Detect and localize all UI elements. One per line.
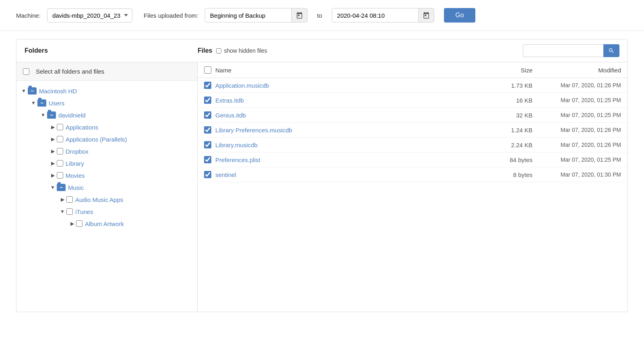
tree-checkbox-movies[interactable] bbox=[57, 172, 63, 179]
file-row: sentinel 8 bytes Mar 07, 2020, 01:30 PM bbox=[198, 167, 627, 182]
file-checkbox-3[interactable] bbox=[204, 126, 211, 134]
file-size-0: 1.73 KB bbox=[492, 82, 533, 89]
tree-item-applications-parallels[interactable]: ▶ Applications (Parallels) bbox=[17, 133, 197, 145]
chevron-right-icon: ▶ bbox=[68, 220, 76, 228]
folders-title: Folders bbox=[25, 47, 198, 54]
file-row: Preferences.plist 84 bytes Mar 07, 2020,… bbox=[198, 152, 627, 167]
file-checkbox-2[interactable] bbox=[204, 111, 211, 119]
files-section-header: Files show hidden files bbox=[198, 44, 619, 57]
select-all-checkbox[interactable] bbox=[23, 68, 29, 75]
tree-label-album-artwork: Album Artwork bbox=[85, 220, 124, 227]
folder-icon-music: − bbox=[57, 184, 66, 191]
search-wrapper bbox=[523, 44, 619, 57]
file-rows-container: Application.musicdb 1.73 KB Mar 07, 2020… bbox=[198, 78, 627, 182]
show-hidden-files-text: show hidden files bbox=[224, 47, 267, 54]
folders-panel: Select all folders and files ▼ − Macinto… bbox=[17, 62, 198, 312]
calendar-icon bbox=[423, 12, 430, 19]
file-row: Extras.itdb 16 KB Mar 07, 2020, 01:25 PM bbox=[198, 93, 627, 108]
tree-checkbox-itunes[interactable] bbox=[66, 208, 73, 215]
file-name-1: Extras.itdb bbox=[215, 97, 492, 104]
file-size-5: 84 bytes bbox=[492, 156, 533, 163]
file-size-2: 32 KB bbox=[492, 112, 533, 119]
file-checkbox-1[interactable] bbox=[204, 97, 211, 104]
top-bar: Machine: davids-mbp_2020_04_23 Files upl… bbox=[0, 0, 644, 31]
main-panel: Folders Files show hidden files bbox=[16, 39, 628, 312]
tree-item-macintosh-hd[interactable]: ▼ − Macintosh HD bbox=[17, 85, 197, 97]
file-row: Library.musicdb 2.24 KB Mar 07, 2020, 01… bbox=[198, 138, 627, 152]
file-name-5: Preferences.plist bbox=[215, 156, 492, 163]
file-checkbox-0[interactable] bbox=[204, 82, 211, 89]
tree-item-audio-music-apps[interactable]: ▶ Audio Music Apps bbox=[17, 193, 197, 206]
files-header-row: Name Size Modified bbox=[198, 62, 627, 78]
tree-label-itunes: iTunes bbox=[75, 208, 93, 215]
file-name-4: Library.musicdb bbox=[215, 142, 492, 148]
go-button[interactable]: Go bbox=[444, 8, 475, 23]
file-name-3: Library Preferences.musicdb bbox=[215, 127, 492, 134]
tree-item-davidnield[interactable]: ▼ − davidnield bbox=[17, 109, 197, 121]
file-size-3: 1.24 KB bbox=[492, 127, 533, 134]
tree-checkbox-dropbox[interactable] bbox=[57, 148, 63, 154]
tree-item-applications[interactable]: ▶ Applications bbox=[17, 121, 197, 133]
select-all-label[interactable]: Select all folders and files bbox=[36, 68, 104, 75]
files-select-all-checkbox[interactable] bbox=[204, 66, 211, 74]
tree-label-dropbox: Dropbox bbox=[66, 148, 89, 155]
tree-checkbox-applications[interactable] bbox=[57, 124, 63, 130]
file-size-1: 16 KB bbox=[492, 97, 533, 104]
col-size-header: Size bbox=[492, 67, 533, 74]
tree-label-library: Library bbox=[66, 160, 84, 167]
col-name-header: Name bbox=[215, 67, 492, 74]
tree-item-itunes[interactable]: ▼ iTunes bbox=[17, 206, 197, 218]
from-date-input[interactable] bbox=[205, 9, 291, 22]
tree-item-dropbox[interactable]: ▶ Dropbox bbox=[17, 145, 197, 157]
chevron-right-icon: ▶ bbox=[49, 135, 57, 143]
chevron-right-icon: ▶ bbox=[49, 171, 57, 179]
tree-label-music: Music bbox=[68, 184, 84, 191]
to-date-input[interactable] bbox=[332, 9, 418, 22]
show-hidden-files-checkbox[interactable] bbox=[216, 48, 221, 53]
files-uploaded-label: Files uploaded from: bbox=[144, 12, 198, 19]
tree-checkbox-applications-parallels[interactable] bbox=[57, 136, 63, 142]
tree-label-audio-music-apps: Audio Music Apps bbox=[75, 196, 123, 203]
chevron-right-icon: ▶ bbox=[49, 123, 57, 131]
tree-item-music[interactable]: ▼ − Music bbox=[17, 181, 197, 193]
search-button[interactable] bbox=[603, 44, 619, 57]
folder-icon-users: − bbox=[37, 99, 46, 107]
to-date-calendar-button[interactable] bbox=[418, 8, 434, 22]
file-checkbox-5[interactable] bbox=[204, 156, 211, 163]
folder-icon-macintosh-hd: − bbox=[28, 87, 37, 95]
tree-item-movies[interactable]: ▶ Movies bbox=[17, 169, 197, 181]
from-date-calendar-button[interactable] bbox=[291, 8, 307, 22]
chevron-down-icon: ▼ bbox=[58, 208, 66, 216]
tree-checkbox-audio-music-apps[interactable] bbox=[66, 196, 73, 203]
file-modified-6: Mar 07, 2020, 01:30 PM bbox=[533, 171, 621, 178]
tree-label-applications-parallels: Applications (Parallels) bbox=[66, 136, 127, 143]
content-area: Select all folders and files ▼ − Macinto… bbox=[17, 62, 627, 312]
tree-item-library[interactable]: ▶ Library bbox=[17, 157, 197, 169]
file-row: Library Preferences.musicdb 1.24 KB Mar … bbox=[198, 123, 627, 138]
search-input[interactable] bbox=[523, 44, 603, 57]
col-modified-header: Modified bbox=[533, 67, 621, 74]
chevron-down-icon: ▼ bbox=[49, 183, 57, 191]
show-hidden-files-label[interactable]: show hidden files bbox=[216, 47, 267, 54]
chevron-down-icon: ▼ bbox=[39, 111, 47, 119]
chevron-down-icon: ▼ bbox=[20, 87, 28, 95]
files-panel: Name Size Modified Application.musicdb 1… bbox=[198, 62, 627, 312]
file-size-4: 2.24 KB bbox=[492, 142, 533, 148]
tree-item-album-artwork[interactable]: ▶ Album Artwork bbox=[17, 218, 197, 230]
file-checkbox-6[interactable] bbox=[204, 171, 211, 178]
panel-header: Folders Files show hidden files bbox=[17, 39, 627, 62]
file-row: Application.musicdb 1.73 KB Mar 07, 2020… bbox=[198, 78, 627, 93]
file-checkbox-4[interactable] bbox=[204, 141, 211, 148]
to-label: to bbox=[317, 12, 322, 19]
files-title: Files bbox=[198, 47, 212, 54]
tree-checkbox-album-artwork[interactable] bbox=[76, 220, 83, 227]
to-date-wrapper bbox=[332, 8, 434, 23]
tree-checkbox-library[interactable] bbox=[57, 160, 63, 167]
file-modified-2: Mar 07, 2020, 01:25 PM bbox=[533, 112, 621, 118]
folder-icon-davidnield: − bbox=[47, 111, 56, 119]
machine-select[interactable]: davids-mbp_2020_04_23 bbox=[47, 8, 132, 23]
chevron-right-icon: ▶ bbox=[49, 159, 57, 167]
tree-label-davidnield: davidnield bbox=[58, 112, 86, 119]
file-name-0: Application.musicdb bbox=[215, 82, 492, 89]
tree-item-users[interactable]: ▼ − Users bbox=[17, 97, 197, 109]
